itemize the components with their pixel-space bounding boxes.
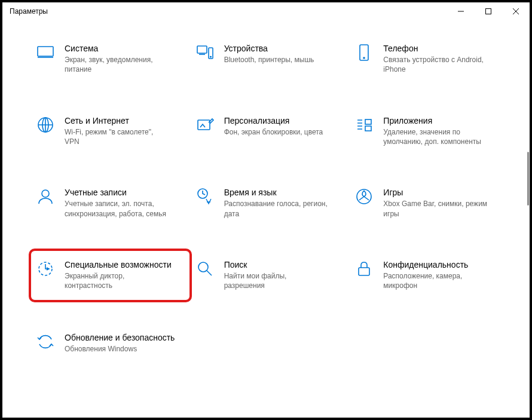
network-icon bbox=[36, 115, 55, 134]
svg-rect-10 bbox=[365, 119, 371, 124]
svg-rect-1 bbox=[38, 47, 53, 56]
tile-desc: Экран, звук, уведомления, питание bbox=[65, 55, 169, 74]
tile-title: Устройства bbox=[224, 43, 314, 54]
svg-rect-17 bbox=[359, 268, 369, 275]
devices-icon bbox=[195, 43, 215, 62]
tile-personalization[interactable]: Персонализация Фон, экран блокировки, цв… bbox=[193, 112, 347, 151]
gaming-icon bbox=[354, 187, 374, 206]
window-controls bbox=[447, 2, 530, 20]
tile-title: Приложения bbox=[383, 115, 488, 126]
time-language-icon bbox=[195, 187, 215, 206]
tile-network[interactable]: Сеть и Интернет Wi-Fi, режим "в самолете… bbox=[33, 112, 187, 151]
tile-title: Персонализация bbox=[224, 115, 323, 126]
personalization-icon bbox=[195, 115, 215, 134]
tile-devices[interactable]: Устройства Bluetooth, принтеры, мышь bbox=[193, 39, 347, 78]
tile-desc: Распознавание голоса, регион, дата bbox=[224, 199, 329, 218]
tile-system[interactable]: Система Экран, звук, уведомления, питани… bbox=[33, 39, 187, 78]
titlebar: Параметры bbox=[2, 2, 530, 20]
svg-rect-11 bbox=[365, 126, 371, 131]
tile-phone[interactable]: Телефон Связать устройство с Android, iP… bbox=[352, 39, 506, 78]
tile-desc: Wi-Fi, режим "в самолете", VPN bbox=[65, 127, 169, 146]
svg-rect-2 bbox=[197, 46, 207, 53]
minimize-button[interactable] bbox=[447, 2, 475, 20]
tile-title: Система bbox=[65, 43, 169, 54]
tile-update-security[interactable]: Обновление и безопасность Обновления Win… bbox=[33, 329, 187, 357]
accessibility-icon bbox=[36, 259, 55, 278]
tile-title: Обновление и безопасность bbox=[65, 332, 175, 343]
tile-desc: Экранный диктор, контрастность bbox=[65, 271, 169, 290]
tile-gaming[interactable]: Игры Xbox Game Bar, снимки, режим игры bbox=[352, 183, 506, 222]
svg-rect-9 bbox=[198, 120, 210, 130]
tile-time-language[interactable]: Время и язык Распознавание голоса, регио… bbox=[193, 183, 347, 222]
tile-desc: Связать устройство с Android, iPhone bbox=[383, 55, 488, 74]
close-button[interactable] bbox=[502, 2, 530, 20]
tile-desc: Фон, экран блокировки, цвета bbox=[224, 127, 323, 137]
tile-accessibility[interactable]: Специальные возможности Экранный диктор,… bbox=[29, 249, 192, 303]
scrollbar[interactable] bbox=[527, 152, 529, 206]
tile-desc: Xbox Game Bar, снимки, режим игры bbox=[383, 199, 488, 218]
svg-rect-0 bbox=[486, 9, 491, 14]
tile-apps[interactable]: Приложения Удаление, значения по умолчан… bbox=[352, 112, 506, 151]
tile-title: Игры bbox=[383, 187, 488, 198]
tile-title: Телефон bbox=[383, 43, 488, 54]
content-area: Система Экран, звук, уведомления, питани… bbox=[2, 20, 530, 418]
svg-point-4 bbox=[210, 56, 211, 57]
tile-title: Специальные возможности bbox=[65, 259, 172, 270]
tile-accounts[interactable]: Учетные записи Учетные записи, эл. почта… bbox=[33, 183, 187, 222]
tile-title: Конфиденциальность bbox=[383, 259, 488, 270]
tile-desc: Учетные записи, эл. почта, синхронизация… bbox=[65, 199, 169, 218]
phone-icon bbox=[354, 43, 374, 62]
svg-point-12 bbox=[42, 190, 49, 197]
window-title: Параметры bbox=[10, 7, 447, 16]
search-icon bbox=[195, 259, 215, 278]
svg-point-6 bbox=[363, 57, 365, 59]
tile-desc: Расположение, камера, микрофон bbox=[383, 271, 488, 290]
tile-title: Поиск bbox=[224, 259, 329, 270]
tile-desc: Обновления Windows bbox=[65, 344, 169, 354]
maximize-button[interactable] bbox=[475, 2, 502, 20]
tile-search[interactable]: Поиск Найти мои файлы, разрешения bbox=[193, 256, 347, 296]
update-icon bbox=[36, 332, 55, 351]
apps-icon bbox=[354, 115, 374, 134]
svg-point-16 bbox=[198, 262, 208, 272]
tile-desc: Найти мои файлы, разрешения bbox=[224, 271, 329, 290]
system-icon bbox=[36, 43, 55, 62]
tile-desc: Bluetooth, принтеры, мышь bbox=[224, 55, 314, 65]
accounts-icon bbox=[36, 187, 55, 206]
settings-grid: Система Экран, звук, уведомления, питани… bbox=[2, 20, 530, 377]
tile-title: Время и язык bbox=[224, 187, 329, 198]
tile-desc: Удаление, значения по умолчанию, доп. ко… bbox=[383, 127, 488, 146]
tile-privacy[interactable]: Конфиденциальность Расположение, камера,… bbox=[352, 256, 506, 296]
privacy-icon bbox=[354, 259, 374, 278]
tile-title: Сеть и Интернет bbox=[65, 115, 169, 126]
tile-title: Учетные записи bbox=[65, 187, 169, 198]
